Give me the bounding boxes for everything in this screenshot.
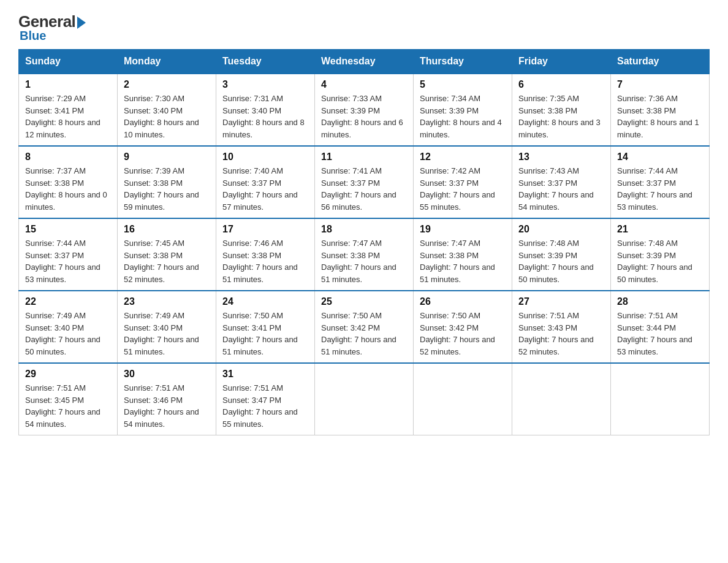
day-number: 20 — [518, 224, 604, 235]
calendar-day-18: 18 Sunrise: 7:47 AM Sunset: 3:38 PM Dayl… — [315, 218, 414, 291]
calendar-day-29: 29 Sunrise: 7:51 AM Sunset: 3:45 PM Dayl… — [19, 363, 118, 435]
calendar-day-30: 30 Sunrise: 7:51 AM Sunset: 3:46 PM Dayl… — [118, 363, 216, 435]
calendar-day-8: 8 Sunrise: 7:37 AM Sunset: 3:38 PM Dayli… — [19, 146, 118, 218]
day-number: 16 — [124, 224, 210, 235]
calendar-day-20: 20 Sunrise: 7:48 AM Sunset: 3:39 PM Dayl… — [512, 218, 611, 291]
calendar-day-12: 12 Sunrise: 7:42 AM Sunset: 3:37 PM Dayl… — [414, 146, 512, 218]
day-info: Sunrise: 7:34 AM Sunset: 3:39 PM Dayligh… — [420, 93, 506, 140]
day-number: 19 — [420, 224, 506, 235]
day-info: Sunrise: 7:50 AM Sunset: 3:42 PM Dayligh… — [321, 310, 407, 358]
calendar-day-5: 5 Sunrise: 7:34 AM Sunset: 3:39 PM Dayli… — [414, 74, 512, 146]
calendar-day-19: 19 Sunrise: 7:47 AM Sunset: 3:38 PM Dayl… — [414, 218, 512, 291]
day-info: Sunrise: 7:37 AM Sunset: 3:38 PM Dayligh… — [25, 165, 111, 213]
day-info: Sunrise: 7:39 AM Sunset: 3:38 PM Dayligh… — [124, 165, 210, 213]
day-info: Sunrise: 7:51 AM Sunset: 3:46 PM Dayligh… — [124, 382, 210, 430]
day-number: 27 — [518, 296, 604, 307]
calendar-day-14: 14 Sunrise: 7:44 AM Sunset: 3:37 PM Dayl… — [611, 146, 710, 218]
col-sunday: Sunday — [19, 50, 118, 74]
day-info: Sunrise: 7:50 AM Sunset: 3:41 PM Dayligh… — [222, 310, 308, 358]
day-number: 23 — [124, 296, 210, 307]
calendar-empty-cell — [414, 363, 512, 435]
day-info: Sunrise: 7:49 AM Sunset: 3:40 PM Dayligh… — [25, 310, 111, 358]
calendar-day-4: 4 Sunrise: 7:33 AM Sunset: 3:39 PM Dayli… — [315, 74, 414, 146]
day-number: 30 — [124, 369, 210, 380]
day-info: Sunrise: 7:44 AM Sunset: 3:37 PM Dayligh… — [617, 165, 703, 213]
calendar-day-9: 9 Sunrise: 7:39 AM Sunset: 3:38 PM Dayli… — [118, 146, 216, 218]
day-number: 7 — [617, 79, 703, 90]
calendar-day-11: 11 Sunrise: 7:41 AM Sunset: 3:37 PM Dayl… — [315, 146, 414, 218]
day-info: Sunrise: 7:45 AM Sunset: 3:38 PM Dayligh… — [124, 237, 210, 285]
calendar-day-31: 31 Sunrise: 7:51 AM Sunset: 3:47 PM Dayl… — [216, 363, 315, 435]
calendar-day-21: 21 Sunrise: 7:48 AM Sunset: 3:39 PM Dayl… — [611, 218, 710, 291]
calendar-day-7: 7 Sunrise: 7:36 AM Sunset: 3:38 PM Dayli… — [611, 74, 710, 146]
day-number: 10 — [222, 151, 308, 163]
col-saturday: Saturday — [611, 50, 710, 74]
day-number: 29 — [25, 369, 111, 380]
day-info: Sunrise: 7:51 AM Sunset: 3:44 PM Dayligh… — [617, 310, 703, 358]
calendar-day-2: 2 Sunrise: 7:30 AM Sunset: 3:40 PM Dayli… — [118, 74, 216, 146]
calendar-day-25: 25 Sunrise: 7:50 AM Sunset: 3:42 PM Dayl… — [315, 291, 414, 363]
day-number: 31 — [222, 369, 308, 380]
col-monday: Monday — [118, 50, 216, 74]
calendar-table: Sunday Monday Tuesday Wednesday Thursday… — [18, 49, 710, 435]
calendar-day-13: 13 Sunrise: 7:43 AM Sunset: 3:37 PM Dayl… — [512, 146, 611, 218]
day-info: Sunrise: 7:36 AM Sunset: 3:38 PM Dayligh… — [617, 93, 703, 140]
calendar-week-5: 29 Sunrise: 7:51 AM Sunset: 3:45 PM Dayl… — [19, 363, 710, 435]
day-number: 18 — [321, 224, 407, 235]
day-info: Sunrise: 7:47 AM Sunset: 3:38 PM Dayligh… — [420, 237, 506, 285]
calendar-day-22: 22 Sunrise: 7:49 AM Sunset: 3:40 PM Dayl… — [19, 291, 118, 363]
calendar-day-10: 10 Sunrise: 7:40 AM Sunset: 3:37 PM Dayl… — [216, 146, 315, 218]
col-friday: Friday — [512, 50, 611, 74]
calendar-day-3: 3 Sunrise: 7:31 AM Sunset: 3:40 PM Dayli… — [216, 74, 315, 146]
day-number: 5 — [420, 79, 506, 90]
day-info: Sunrise: 7:51 AM Sunset: 3:43 PM Dayligh… — [518, 310, 604, 358]
day-info: Sunrise: 7:51 AM Sunset: 3:45 PM Dayligh… — [25, 382, 111, 430]
day-number: 24 — [222, 296, 308, 307]
day-number: 11 — [321, 151, 407, 163]
calendar-day-24: 24 Sunrise: 7:50 AM Sunset: 3:41 PM Dayl… — [216, 291, 315, 363]
logo-triangle-icon — [77, 17, 86, 29]
day-info: Sunrise: 7:29 AM Sunset: 3:41 PM Dayligh… — [25, 93, 111, 140]
day-info: Sunrise: 7:47 AM Sunset: 3:38 PM Dayligh… — [321, 237, 407, 285]
day-number: 12 — [420, 151, 506, 163]
logo: General Blue — [18, 12, 86, 43]
calendar-day-15: 15 Sunrise: 7:44 AM Sunset: 3:37 PM Dayl… — [19, 218, 118, 291]
calendar-day-1: 1 Sunrise: 7:29 AM Sunset: 3:41 PM Dayli… — [19, 74, 118, 146]
day-number: 14 — [617, 151, 703, 163]
calendar-week-3: 15 Sunrise: 7:44 AM Sunset: 3:37 PM Dayl… — [19, 218, 710, 291]
calendar-day-27: 27 Sunrise: 7:51 AM Sunset: 3:43 PM Dayl… — [512, 291, 611, 363]
calendar-week-4: 22 Sunrise: 7:49 AM Sunset: 3:40 PM Dayl… — [19, 291, 710, 363]
day-number: 4 — [321, 79, 407, 90]
day-number: 21 — [617, 224, 703, 235]
day-info: Sunrise: 7:42 AM Sunset: 3:37 PM Dayligh… — [420, 165, 506, 213]
day-info: Sunrise: 7:46 AM Sunset: 3:38 PM Dayligh… — [222, 237, 308, 285]
day-info: Sunrise: 7:51 AM Sunset: 3:47 PM Dayligh… — [222, 382, 308, 430]
page-header: General Blue — [18, 12, 710, 43]
calendar-day-16: 16 Sunrise: 7:45 AM Sunset: 3:38 PM Dayl… — [118, 218, 216, 291]
day-number: 1 — [25, 79, 111, 90]
day-info: Sunrise: 7:43 AM Sunset: 3:37 PM Dayligh… — [518, 165, 604, 213]
day-info: Sunrise: 7:49 AM Sunset: 3:40 PM Dayligh… — [124, 310, 210, 358]
calendar-day-26: 26 Sunrise: 7:50 AM Sunset: 3:42 PM Dayl… — [414, 291, 512, 363]
day-info: Sunrise: 7:48 AM Sunset: 3:39 PM Dayligh… — [518, 237, 604, 285]
day-number: 13 — [518, 151, 604, 163]
calendar-day-17: 17 Sunrise: 7:46 AM Sunset: 3:38 PM Dayl… — [216, 218, 315, 291]
day-info: Sunrise: 7:30 AM Sunset: 3:40 PM Dayligh… — [124, 93, 210, 140]
calendar-empty-cell — [512, 363, 611, 435]
day-info: Sunrise: 7:35 AM Sunset: 3:38 PM Dayligh… — [518, 93, 604, 140]
day-number: 8 — [25, 151, 111, 163]
day-number: 6 — [518, 79, 604, 90]
calendar-day-23: 23 Sunrise: 7:49 AM Sunset: 3:40 PM Dayl… — [118, 291, 216, 363]
day-number: 26 — [420, 296, 506, 307]
day-number: 17 — [222, 224, 308, 235]
day-info: Sunrise: 7:44 AM Sunset: 3:37 PM Dayligh… — [25, 237, 111, 285]
day-number: 2 — [124, 79, 210, 90]
day-number: 3 — [222, 79, 308, 90]
calendar-week-2: 8 Sunrise: 7:37 AM Sunset: 3:38 PM Dayli… — [19, 146, 710, 218]
day-info: Sunrise: 7:33 AM Sunset: 3:39 PM Dayligh… — [321, 93, 407, 140]
calendar-day-6: 6 Sunrise: 7:35 AM Sunset: 3:38 PM Dayli… — [512, 74, 611, 146]
col-tuesday: Tuesday — [216, 50, 315, 74]
day-number: 28 — [617, 296, 703, 307]
day-info: Sunrise: 7:31 AM Sunset: 3:40 PM Dayligh… — [222, 93, 308, 140]
day-number: 22 — [25, 296, 111, 307]
